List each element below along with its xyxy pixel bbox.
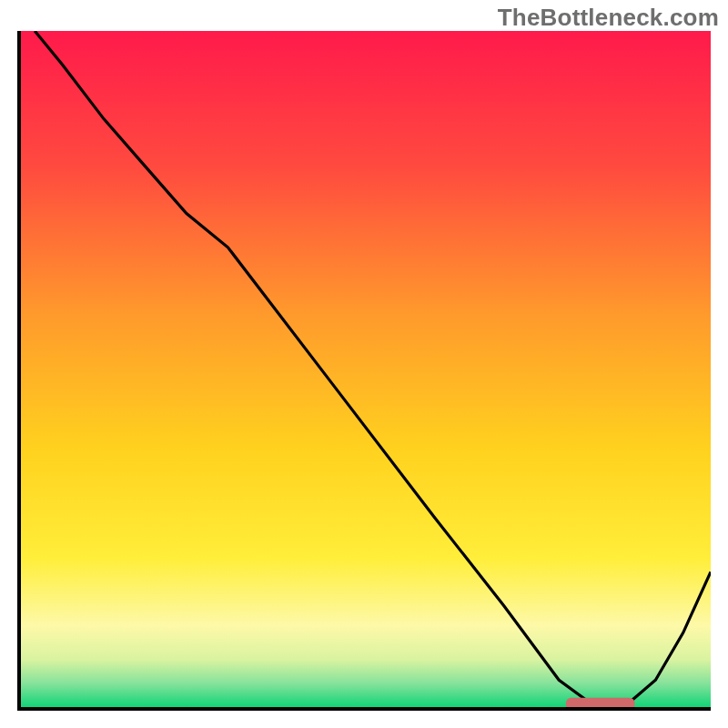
optimum-marker bbox=[566, 698, 635, 707]
chart-container: TheBottleneck.com bbox=[0, 0, 728, 728]
plot-axes bbox=[17, 31, 711, 711]
watermark-text: TheBottleneck.com bbox=[498, 4, 719, 32]
line-curve bbox=[21, 31, 711, 707]
bottleneck-curve bbox=[35, 31, 711, 703]
plot-area bbox=[21, 31, 711, 707]
